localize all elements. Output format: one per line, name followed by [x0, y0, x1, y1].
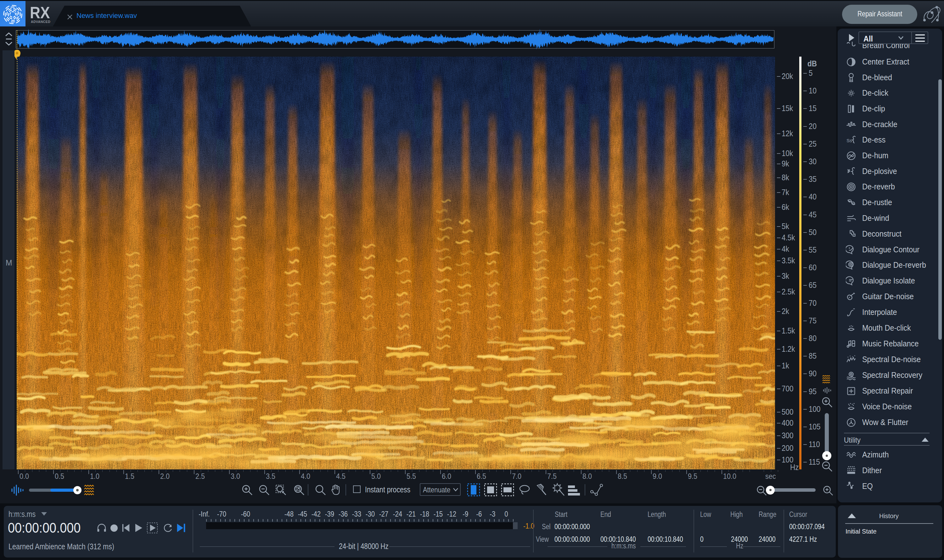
svg-text:Ss: Ss [847, 138, 852, 143]
